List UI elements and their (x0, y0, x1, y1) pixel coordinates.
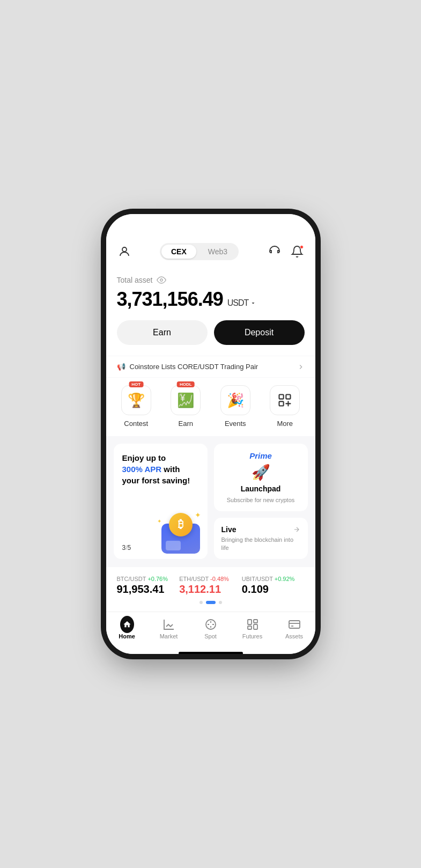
support-icon[interactable] (267, 244, 282, 259)
nav-home-label: Home (119, 633, 135, 639)
ticker-ubit[interactable]: UBIT/USDT +0.92% 0.109 (242, 576, 305, 595)
cards-section: Enjoy up to 300% APR with your forst sav… (106, 436, 315, 567)
earn-card[interactable]: Enjoy up to 300% APR with your forst sav… (114, 444, 208, 559)
announcement-text: Coinstore Lists CORE/USDT Trading Pair (130, 363, 258, 371)
events-label: Events (225, 420, 246, 428)
live-title: Live (221, 525, 237, 534)
contest-label: Contest (124, 420, 148, 428)
nav-assets[interactable]: Assets (279, 617, 309, 639)
svg-rect-3 (286, 395, 291, 399)
asset-amount: 3,731,156.49 USDT (117, 288, 305, 311)
tab-cex[interactable]: CEX (161, 245, 196, 259)
live-card[interactable]: Live Bringing the blockchain into life (214, 518, 308, 559)
tab-web3[interactable]: Web3 (198, 245, 237, 259)
svg-rect-10 (289, 621, 300, 628)
announcement-icon: 📢 (117, 363, 125, 371)
asset-section: Total asset 3,731,156.49 USDT Earn Depos… (106, 267, 315, 356)
ticker-row: BTC/USDT +0.76% 91,953.41 ETH/USDT -0.48… (117, 576, 305, 595)
notification-icon[interactable] (290, 244, 305, 259)
contest-badge: HOT (129, 381, 143, 387)
ticker-btc[interactable]: BTC/USDT +0.76% 91,953.41 (117, 576, 180, 595)
dot-3 (219, 601, 222, 604)
eye-icon[interactable] (157, 275, 166, 285)
coin-illustration: ₿ ✦ ✦ (159, 513, 202, 554)
currency-dropdown-icon (250, 300, 256, 306)
live-arrow-icon (293, 526, 300, 533)
prime-label: Prime (249, 451, 272, 460)
ubit-price: 0.109 (242, 583, 305, 595)
more-grid-icon (277, 393, 292, 408)
svg-rect-8 (254, 620, 257, 623)
nav-spot-label: Spot (204, 633, 217, 639)
header-actions (267, 244, 305, 259)
btc-change: +0.76% (147, 576, 168, 582)
earn-badge: HODL (177, 381, 195, 387)
svg-point-1 (160, 279, 163, 282)
profile-icon[interactable] (117, 244, 132, 259)
total-asset-label: Total asset (117, 275, 305, 285)
dot-1 (200, 601, 203, 604)
announcement-bar[interactable]: 📢 Coinstore Lists CORE/USDT Trading Pair (106, 356, 315, 377)
right-cards-column: Prime 🚀 Launchpad Subscribe for new cryp… (214, 444, 308, 559)
eth-price: 3,112.11 (179, 583, 242, 595)
ticker-pagination (117, 595, 305, 606)
quick-access-grid: 🏆 HOT Contest 💹 HODL Earn 🎉 Events (106, 378, 315, 436)
bottom-navigation: Home Market Spot (106, 612, 315, 648)
svg-rect-7 (248, 626, 252, 629)
eth-change: -0.48% (210, 576, 229, 582)
futures-icon (246, 618, 259, 631)
svg-rect-9 (254, 624, 257, 629)
mode-tab-group: CEX Web3 (160, 243, 239, 260)
launchpad-subtitle: Subscribe for new cryptos (227, 496, 295, 504)
apr-text: 300% APR (122, 465, 162, 474)
top-navigation: CEX Web3 (106, 238, 315, 267)
nav-futures[interactable]: Futures (238, 617, 268, 639)
launchpad-title: Launchpad (241, 484, 281, 493)
ubit-change: +0.92% (275, 576, 295, 582)
market-icon (163, 618, 175, 631)
prime-launchpad-card[interactable]: Prime 🚀 Launchpad Subscribe for new cryp… (214, 444, 308, 511)
nav-market-label: Market (160, 633, 178, 639)
btc-price: 91,953.41 (117, 583, 180, 595)
nav-assets-label: Assets (285, 633, 303, 639)
market-ticker: BTC/USDT +0.76% 91,953.41 ETH/USDT -0.48… (106, 567, 315, 612)
assets-icon (288, 618, 301, 631)
deposit-button[interactable]: Deposit (214, 320, 305, 345)
rocket-icon: 🚀 (252, 464, 270, 481)
svg-rect-4 (279, 401, 284, 406)
nav-market[interactable]: Market (154, 617, 184, 639)
nav-home[interactable]: Home (112, 617, 142, 639)
svg-rect-2 (279, 395, 284, 399)
svg-point-5 (206, 620, 216, 629)
asset-currency[interactable]: USDT (227, 298, 257, 308)
svg-point-0 (122, 247, 127, 252)
home-indicator (106, 648, 315, 654)
earn-button[interactable]: Earn (117, 320, 208, 345)
quick-item-contest[interactable]: 🏆 HOT Contest (117, 385, 155, 428)
earn-icon: 💹 (177, 392, 194, 409)
spot-icon (204, 618, 217, 631)
earn-label: Earn (179, 420, 193, 428)
notification-dot (300, 245, 304, 249)
dot-2 (206, 601, 216, 604)
ticker-eth[interactable]: ETH/USDT -0.48% 3,112.11 (179, 576, 242, 595)
home-bar (179, 652, 243, 654)
nav-spot[interactable]: Spot (196, 617, 226, 639)
card-counter: 3/5 (122, 544, 131, 551)
quick-item-more[interactable]: More (266, 385, 304, 428)
quick-item-earn[interactable]: 💹 HODL Earn (167, 385, 204, 428)
action-buttons: Earn Deposit (117, 320, 305, 345)
svg-rect-6 (248, 620, 252, 624)
home-icon (120, 616, 134, 633)
contest-icon: 🏆 (128, 392, 145, 409)
live-subtitle: Bringing the blockchain into life (221, 536, 300, 551)
more-label: More (277, 420, 293, 428)
events-icon: 🎉 (227, 392, 244, 409)
quick-item-events[interactable]: 🎉 Events (217, 385, 254, 428)
nav-futures-label: Futures (242, 633, 262, 639)
chevron-right-icon (297, 363, 305, 371)
